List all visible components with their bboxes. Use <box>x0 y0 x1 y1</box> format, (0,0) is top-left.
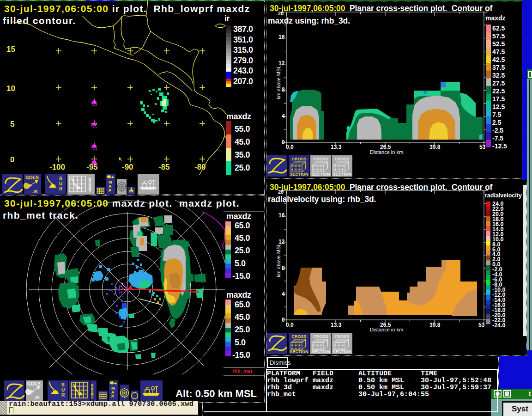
svg-text:U: U <box>59 181 62 186</box>
svg-text:R: R <box>61 392 65 398</box>
svg-text:SECTION: SECTION <box>332 172 351 177</box>
svg-text:U: U <box>61 387 65 392</box>
svg-text:SECTION: SECTION <box>311 349 330 354</box>
svg-text:CROSS: CROSS <box>313 334 328 339</box>
svg-text:CROSS: CROSS <box>291 334 306 339</box>
svg-text:SECTION: SECTION <box>290 349 308 354</box>
svg-text:R: R <box>59 186 63 191</box>
svg-text:CROSS: CROSS <box>291 157 306 161</box>
svg-text:.IR: .IR <box>32 189 38 194</box>
svg-text:S: S <box>61 382 65 387</box>
svg-text:CROSS: CROSS <box>334 334 349 339</box>
svg-text:BOUNDS: BOUNDS <box>88 177 92 193</box>
svg-text:CROSS: CROSS <box>313 157 328 161</box>
svg-text:P: P <box>109 188 111 193</box>
svg-text:P: P <box>111 394 114 399</box>
svg-text:GOES: GOES <box>25 175 39 180</box>
svg-text:S: S <box>59 176 62 181</box>
svg-text:CROSS: CROSS <box>334 157 349 161</box>
svg-text:.IR: .IR <box>34 395 40 400</box>
svg-text:SECTION: SECTION <box>332 349 351 354</box>
svg-text:BOUNDS: BOUNDS <box>90 384 94 399</box>
svg-text:GOES: GOES <box>27 381 41 386</box>
svg-text:SECTION: SECTION <box>290 172 308 177</box>
svg-text:SECTION: SECTION <box>311 172 330 177</box>
